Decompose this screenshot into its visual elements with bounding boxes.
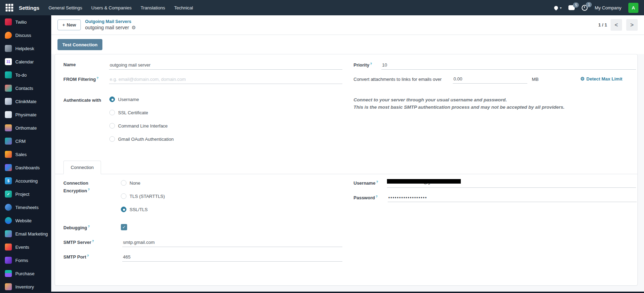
- menu-general-settings[interactable]: General Settings: [48, 5, 82, 10]
- tab-connection[interactable]: Connection: [63, 161, 101, 174]
- topbar-right: ▾ 5 1 My Company A: [554, 3, 644, 13]
- sidebar-item-helpdesk[interactable]: Helpdesk: [0, 42, 51, 55]
- sidebar-item-label: Website: [15, 218, 32, 223]
- control-panel: + New Outgoing Mail Servers outgoing mai…: [51, 15, 644, 35]
- sidebar-item-twilio[interactable]: Twilio: [0, 15, 51, 29]
- sidebar-item-clinikmate[interactable]: ClinikMate: [0, 95, 51, 108]
- droplet-menu[interactable]: ▾: [554, 6, 561, 10]
- sidebar-item-website[interactable]: Website: [0, 214, 51, 227]
- smtp-port-label-text: SMTP Port: [63, 254, 86, 260]
- topbar: Settings General Settings Users & Compan…: [0, 0, 644, 15]
- radio-label: Gmail OAuth Authentication: [118, 137, 174, 142]
- smtp-server-label-text: SMTP Server: [63, 240, 91, 245]
- sidebar-item-label: Inventory: [15, 284, 34, 290]
- sidebar-item-label: Events: [15, 245, 29, 250]
- breadcrumb-current-label: outgoing mail server: [85, 25, 129, 31]
- menu-translations[interactable]: Translations: [141, 5, 165, 10]
- sidebar-item-accounting[interactable]: $ Accounting: [0, 174, 51, 187]
- sidebar-item-crm[interactable]: CRM: [0, 134, 51, 148]
- smtp-port-label: SMTP Port?: [63, 254, 89, 260]
- messages-button[interactable]: 5: [568, 5, 575, 10]
- new-button[interactable]: + New: [57, 20, 81, 30]
- sidebar-item-todo[interactable]: To-do: [0, 68, 51, 82]
- radio-ssl-tls[interactable]: SSL/TLS: [121, 207, 148, 212]
- sidebar-item-label: Forms: [15, 258, 28, 263]
- sidebar-item-contacts[interactable]: Contacts: [0, 82, 51, 95]
- sidebar-item-sales[interactable]: Sales: [0, 148, 51, 161]
- sidebar-item-forms[interactable]: Forms: [0, 254, 51, 267]
- radio-username[interactable]: Username: [109, 97, 139, 102]
- dashboards-icon: [5, 164, 12, 171]
- clinikmate-icon: [5, 98, 12, 105]
- auth-help-line1: Connect to your server through your usua…: [354, 96, 507, 103]
- sidebar-item-dashboards[interactable]: Dashboards: [0, 161, 51, 174]
- sidebar-item-orthomate[interactable]: Orthomate: [0, 121, 51, 134]
- pager-next-button[interactable]: >: [626, 19, 638, 31]
- sidebar-item-timesheets[interactable]: Timesheets: [0, 201, 51, 214]
- help-icon: ?: [92, 239, 94, 243]
- test-connection-button[interactable]: Test Connection: [57, 39, 102, 50]
- accounting-icon: $: [5, 177, 12, 184]
- sidebar-item-discuss[interactable]: Discuss: [0, 29, 51, 42]
- apps-grid-icon[interactable]: [6, 4, 13, 11]
- droplet-icon: [553, 5, 559, 10]
- company-name[interactable]: My Company: [595, 5, 621, 10]
- username-label: Username?: [354, 180, 378, 186]
- statusbar: Test Connection: [51, 35, 644, 54]
- radio-gmail-oauth[interactable]: Gmail OAuth Authentication: [109, 136, 174, 142]
- sidebar-item-inventory[interactable]: Inventory: [0, 280, 51, 293]
- menu-technical[interactable]: Technical: [174, 5, 193, 10]
- password-input[interactable]: ••••••••••••••••••: [388, 193, 637, 202]
- breadcrumb-parent-link[interactable]: Outgoing Mail Servers: [85, 19, 136, 25]
- detect-max-limit-link[interactable]: ⚙ Detect Max Limit: [580, 76, 622, 82]
- sidebar-item-label: Twilio: [15, 20, 27, 25]
- priority-input[interactable]: [381, 61, 636, 70]
- purchase-icon: [5, 270, 12, 277]
- smtp-port-input[interactable]: [122, 253, 342, 262]
- twilio-icon: [5, 18, 12, 25]
- app-name[interactable]: Settings: [19, 5, 39, 11]
- sidebar-item-calendar[interactable]: 31 Calendar: [0, 55, 51, 68]
- main-content: + New Outgoing Mail Servers outgoing mai…: [51, 15, 644, 293]
- username-field[interactable]: odootestsaasmate@gmail.com: [387, 179, 636, 188]
- help-icon: ?: [375, 195, 378, 198]
- connection-encryption-label-line1: Connection: [63, 180, 88, 186]
- sidebar-item-project[interactable]: ✓ Project: [0, 187, 51, 201]
- connection-encryption-label: Connection Encryption?: [63, 180, 109, 194]
- radio-label: None: [130, 180, 140, 186]
- menu-users-companies[interactable]: Users & Companies: [91, 5, 132, 10]
- sidebar-item-label: Dashboards: [15, 165, 40, 170]
- sidebar-item-physimate[interactable]: Physimate: [0, 108, 51, 121]
- activities-badge: 1: [586, 2, 592, 7]
- name-input[interactable]: [109, 61, 342, 70]
- sidebar-item-label: Timesheets: [15, 205, 39, 210]
- sidebar-item-label: Calendar: [15, 59, 34, 64]
- sidebar-item-email-marketing[interactable]: Email Marketing: [0, 227, 51, 240]
- radio-none[interactable]: None: [121, 180, 140, 186]
- connection-encryption-label-line2: Encryption: [63, 188, 87, 193]
- radio-label: Username: [118, 97, 139, 102]
- contacts-icon: [5, 85, 12, 92]
- debugging-checkbox[interactable]: ✓: [121, 224, 127, 230]
- radio-ssl-certificate[interactable]: SSL Certificate: [109, 110, 148, 115]
- radio-label: SSL/TLS: [130, 207, 148, 212]
- convert-attachments-input[interactable]: [453, 75, 527, 84]
- icon-glyph: $: [7, 179, 9, 183]
- radio-command-line-interface[interactable]: Command Line Interface: [109, 123, 168, 129]
- pager-prev-button[interactable]: <: [611, 19, 622, 31]
- sidebar-item-label: Purchase: [15, 271, 34, 276]
- orthomate-icon: [5, 124, 12, 131]
- project-icon: ✓: [5, 191, 12, 198]
- sidebar-item-purchase[interactable]: Purchase: [0, 267, 51, 280]
- user-avatar[interactable]: A: [628, 3, 638, 13]
- sidebar-item-label: Contacts: [15, 86, 33, 91]
- radio-selected-icon: [121, 207, 126, 212]
- record-actions-gear-icon[interactable]: ⚙: [131, 25, 136, 31]
- sidebar-item-events[interactable]: Events: [0, 240, 51, 254]
- help-icon: ?: [88, 225, 90, 228]
- from-filtering-input[interactable]: [109, 75, 342, 84]
- smtp-server-input[interactable]: [122, 238, 342, 247]
- radio-tls-starttls[interactable]: TLS (STARTTLS): [121, 193, 165, 199]
- activities-button[interactable]: 1: [582, 5, 588, 11]
- window-bottom-edge: [0, 292, 644, 293]
